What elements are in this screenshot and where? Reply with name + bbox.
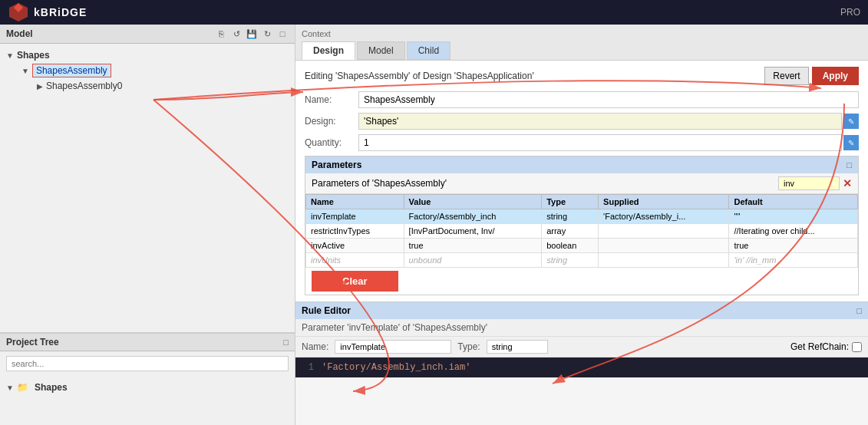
tree-item-shapesassembly[interactable]: ▼ ShapesAssembly xyxy=(21,62,289,79)
logo-icon xyxy=(8,2,29,23)
col-default: Default xyxy=(729,195,858,209)
params-filter-input[interactable] xyxy=(778,176,840,190)
revert-button[interactable]: Revert xyxy=(764,67,808,85)
table-row[interactable]: invTemplateFactory/Assembly_inchstring'F… xyxy=(306,209,858,224)
copy-icon[interactable]: ⎘ xyxy=(215,28,227,40)
model-section: Model ⎘ ↺ 💾 ↻ □ ▼ Shapes ▼ ShapesAs xyxy=(0,25,295,333)
project-tree-shapes[interactable]: ▼ 📁 Shapes xyxy=(6,381,289,394)
rule-fields-row: Name: Type: Get RefChain: xyxy=(295,337,868,357)
main-layout: Model ⎘ ↺ 💾 ↻ □ ▼ Shapes ▼ ShapesAs xyxy=(0,25,868,425)
col-supplied: Supplied xyxy=(599,195,729,209)
tab-child[interactable]: Child xyxy=(407,41,451,60)
quantity-row: Quantity: ✎ xyxy=(305,134,859,151)
rule-name-input[interactable] xyxy=(335,340,451,354)
project-tree-minimize[interactable]: □ xyxy=(283,338,289,347)
rule-title-row: Parameter 'invTemplate' of 'ShapesAssemb… xyxy=(295,319,868,337)
rule-param-title: Parameter 'invTemplate' of 'ShapesAssemb… xyxy=(302,322,487,333)
apply-button[interactable]: Apply xyxy=(812,67,859,85)
params-minimize[interactable]: □ xyxy=(847,160,852,170)
rule-type-input[interactable] xyxy=(487,340,548,354)
project-tree-header: Project Tree □ xyxy=(0,334,295,351)
context-body: Editing 'ShapesAssembly' of Design 'Shap… xyxy=(295,61,868,301)
context-label: Context xyxy=(302,29,862,38)
tree-toggle-assembly[interactable]: ▼ xyxy=(21,67,29,75)
editing-buttons: Revert Apply xyxy=(764,67,859,85)
editing-line: Editing 'ShapesAssembly' of Design 'Shap… xyxy=(305,67,859,85)
rule-editor-minimize[interactable]: □ xyxy=(856,306,862,315)
project-tree-shapes-label: Shapes xyxy=(35,382,68,393)
rule-name-label: Name: xyxy=(302,341,328,352)
col-name: Name xyxy=(306,195,404,209)
params-header-title: Parameters xyxy=(312,160,361,170)
project-tree-toggle[interactable]: ▼ xyxy=(6,384,14,392)
table-row[interactable]: invActivetruebooleantrue xyxy=(306,239,858,253)
design-row: Design: ✎ xyxy=(305,113,859,130)
tab-design[interactable]: Design xyxy=(302,41,355,60)
table-row[interactable]: restrictInvTypes[InvPartDocument, Inv/ar… xyxy=(306,224,858,239)
project-tree-search[interactable] xyxy=(6,356,289,371)
model-tree: ▼ Shapes ▼ ShapesAssembly ▶ ShapesAssemb… xyxy=(0,44,295,97)
refchain-row: Get RefChain: xyxy=(790,341,862,352)
model-header: Model ⎘ ↺ 💾 ↻ □ xyxy=(0,25,295,44)
refresh-icon[interactable]: ↻ xyxy=(261,28,273,40)
params-table: Name Value Type Supplied Default invTemp… xyxy=(305,194,858,268)
rule-editor-title: Rule Editor xyxy=(302,305,351,316)
tree-root-shapes[interactable]: ▼ Shapes xyxy=(6,48,289,62)
name-input[interactable] xyxy=(358,91,859,108)
project-tree-content: ▼ 📁 Shapes xyxy=(0,376,295,399)
design-edit-icon[interactable]: ✎ xyxy=(843,114,859,129)
tree-item-shapesassembly0[interactable]: ▶ ShapesAssembly0 xyxy=(37,79,289,93)
rule-type-label: Type: xyxy=(457,341,480,352)
col-value: Value xyxy=(404,195,542,209)
quantity-edit-icon[interactable]: ✎ xyxy=(843,135,859,150)
design-input[interactable] xyxy=(358,113,842,130)
table-row[interactable]: invUnitsunboundstring'in' //in_mm xyxy=(306,253,858,268)
name-label: Name: xyxy=(305,94,358,105)
quantity-input[interactable] xyxy=(358,134,842,151)
quantity-label: Quantity: xyxy=(305,137,358,148)
name-row: Name: xyxy=(305,91,859,108)
context-tabs-area: Context Design Model Child xyxy=(295,25,868,61)
topbar: kBRiDGE PRO xyxy=(0,0,868,25)
rule-editor-header: Rule Editor □ xyxy=(295,302,868,319)
app-name: kBRiDGE xyxy=(34,6,87,18)
params-close-icon[interactable]: ✕ xyxy=(843,177,852,189)
right-panel: Context Design Model Child Editing 'Shap… xyxy=(295,25,868,425)
rule-editor-section: Rule Editor □ Parameter 'invTemplate' of… xyxy=(295,301,868,377)
left-panel: Model ⎘ ↺ 💾 ↻ □ ▼ Shapes ▼ ShapesAs xyxy=(0,25,295,425)
tree-children: ▼ ShapesAssembly ▶ ShapesAssembly0 xyxy=(6,62,289,93)
tree-toggle-shapes[interactable]: ▼ xyxy=(6,51,14,60)
col-type: Type xyxy=(542,195,599,209)
tree-grandchildren: ▶ ShapesAssembly0 xyxy=(21,79,289,93)
line-number: 1 xyxy=(302,362,314,373)
rule-code-area: 1 'Factory/Assembly_inch.iam' xyxy=(295,357,868,377)
tree-label-shapesassembly0: ShapesAssembly0 xyxy=(46,81,122,91)
project-tree-title: Project Tree xyxy=(6,337,59,348)
params-title-text: Parameters of 'ShapesAssembly' xyxy=(312,178,447,189)
params-title-row: Parameters of 'ShapesAssembly' ✕ xyxy=(305,173,858,194)
parameters-section: Parameters □ Parameters of 'ShapesAssemb… xyxy=(305,156,859,295)
model-title: Model xyxy=(6,28,33,39)
logo: kBRiDGE xyxy=(8,2,87,23)
tab-model[interactable]: Model xyxy=(357,41,405,60)
refchain-label: Get RefChain: xyxy=(790,341,849,352)
undo-icon[interactable]: ↺ xyxy=(230,28,243,40)
params-header: Parameters □ xyxy=(305,156,858,173)
model-minimize[interactable]: □ xyxy=(276,28,289,40)
save-icon[interactable]: 💾 xyxy=(246,28,258,40)
clear-button[interactable]: Clear xyxy=(312,271,398,292)
project-tree-section: Project Tree □ ▼ 📁 Shapes xyxy=(0,333,295,425)
code-content[interactable]: 'Factory/Assembly_inch.iam' xyxy=(322,362,470,373)
refchain-checkbox[interactable] xyxy=(852,342,862,352)
design-label: Design: xyxy=(305,116,358,127)
tree-label-shapes: Shapes xyxy=(17,50,50,61)
tree-label-shapesassembly: ShapesAssembly xyxy=(32,64,111,77)
tabs-row: Design Model Child xyxy=(302,41,862,60)
tree-toggle-assembly0[interactable]: ▶ xyxy=(37,82,43,91)
editing-text: Editing 'ShapesAssembly' of Design 'Shap… xyxy=(305,71,534,81)
pro-label: PRO xyxy=(840,7,860,18)
model-header-icons: ⎘ ↺ 💾 ↻ □ xyxy=(215,28,289,40)
